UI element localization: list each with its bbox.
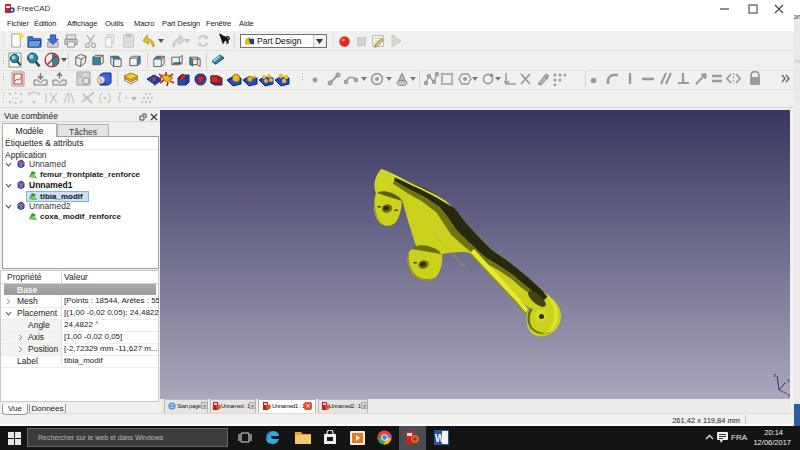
svg-text:?: ? (224, 34, 230, 46)
svg-text:x: x (788, 392, 790, 398)
svg-text:W: W (435, 433, 445, 444)
svg-text:Y: Y (787, 378, 791, 384)
svg-text:z: z (774, 372, 777, 378)
